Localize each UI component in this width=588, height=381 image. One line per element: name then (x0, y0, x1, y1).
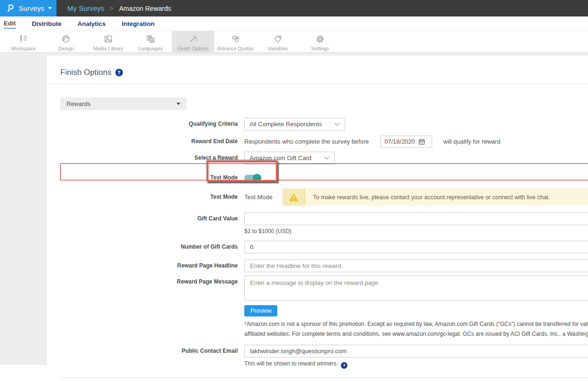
toolbar-item-workspace[interactable]: Workspace (2, 31, 45, 52)
gift-card-value-label: Gift Card Value (60, 212, 244, 225)
toolbar-item-advance-quotas[interactable]: Advance Quotas (214, 31, 257, 52)
product-name: Surveys (19, 4, 44, 12)
product-menu[interactable]: Surveys (0, 0, 56, 16)
toolbar-item-finish-options[interactable]: Finish Options (172, 31, 214, 52)
tab-integration[interactable]: Integration (122, 19, 155, 28)
qualifying-criteria-label: Qualifying Criteria (60, 118, 244, 130)
breadcrumb-separator: > (104, 5, 119, 12)
workspace-icon (18, 34, 29, 44)
title-divider (47, 83, 588, 84)
help-icon[interactable]: ? (341, 362, 347, 369)
main-tab-bar: Edit Distribute Analytics Integration (0, 16, 588, 31)
rewards-section-value: Rewards (66, 100, 90, 107)
number-of-gift-cards-input[interactable] (244, 241, 588, 253)
page-title: Finish Options (60, 68, 112, 77)
page-background: Finish Options ? Rewards Qualifying Crit… (0, 53, 588, 365)
select-reward-label: Select a Reward (60, 152, 244, 164)
reward-end-date-label: Reward End Date (60, 135, 244, 148)
toolbar-item-design[interactable]: Design (45, 31, 87, 52)
top-header: Surveys My Surveys > Amazon Rewards (0, 0, 588, 16)
test-mode-warning-banner: To make rewards live, please contact you… (282, 188, 588, 206)
toolbar-item-label: Advance Quotas (217, 46, 254, 51)
disclaimer-line-1: *Amazon.com is not a sponsor of this pro… (244, 319, 588, 329)
advance-quotas-icon (230, 34, 241, 44)
qualifying-criteria-select[interactable]: All Complete Respondents (244, 118, 345, 130)
toolbar-item-languages[interactable]: Languages (129, 31, 172, 52)
breadcrumb-my-surveys[interactable]: My Surveys (67, 4, 104, 12)
select-reward-value: Amazon.com Gift Card (250, 154, 312, 162)
warning-triangle-icon (289, 193, 299, 202)
chevron-down-icon (177, 103, 180, 105)
calendar-icon[interactable] (419, 138, 425, 145)
test-mode-toggle[interactable] (244, 175, 260, 181)
reward-page-message-label: Reward Page Message (60, 276, 244, 288)
finish-options-icon (188, 34, 198, 44)
select-reward-select[interactable]: Amazon.com Gift Card (244, 152, 335, 164)
toolbar-item-label: Media Library (93, 46, 123, 51)
edit-toolbar: Workspace Design Media Library (0, 31, 588, 53)
reward-page-headline-label: Reward Page Headline (60, 259, 244, 272)
tab-distribute[interactable]: Distribute (32, 19, 62, 28)
test-mode-status-label: Test Mode (60, 188, 244, 206)
reward-end-date-prefix: Respondents who complete the survey befo… (244, 135, 369, 148)
settings-icon (315, 34, 325, 44)
reward-end-date-input[interactable] (385, 138, 419, 145)
questionpro-logo-icon (6, 3, 15, 14)
breadcrumb: My Surveys > Amazon Rewards (56, 0, 588, 16)
reward-end-date-field[interactable] (380, 136, 432, 148)
toolbar-item-label: Design (58, 46, 74, 51)
public-contact-email-input[interactable] (244, 345, 588, 357)
number-of-gift-cards-label: Number of Gift Cards (60, 241, 244, 253)
languages-icon (145, 34, 156, 44)
design-icon (61, 34, 71, 44)
help-icon[interactable]: ? (115, 69, 123, 76)
finish-options-panel: Finish Options ? Rewards Qualifying Crit… (47, 56, 588, 365)
toggle-knob (253, 174, 261, 182)
preview-button[interactable]: Preview (244, 305, 277, 316)
toolbar-item-variables[interactable]: Variables (257, 31, 299, 52)
warning-icon-box (282, 188, 305, 206)
qualifying-criteria-value: All Complete Respondents (250, 121, 322, 128)
chevron-down-icon (324, 156, 330, 160)
public-contact-email-label: Public Contact Email (60, 345, 244, 357)
tab-edit[interactable]: Edit (4, 19, 16, 29)
toolbar-item-media-library[interactable]: Media Library (87, 31, 129, 52)
amazon-disclaimer: *Amazon.com is not a sponsor of this pro… (244, 319, 588, 339)
media-library-icon (103, 34, 113, 44)
reward-page-headline-input[interactable] (244, 259, 588, 272)
reward-end-date-suffix: will qualify for reward (443, 135, 500, 148)
toolbar-item-settings[interactable]: Settings (299, 31, 341, 52)
chevron-down-icon (48, 7, 52, 9)
chevron-down-icon (334, 122, 340, 126)
test-mode-status-value: Test Mode (244, 188, 282, 206)
breadcrumb-current-survey: Amazon Rewards (119, 5, 171, 12)
tab-analytics[interactable]: Analytics (78, 19, 106, 28)
test-mode-toggle-label: Test Mode (60, 169, 244, 186)
toolbar-item-label: Finish Options (177, 46, 209, 51)
toolbar-item-label: Workspace (11, 46, 36, 51)
toolbar-item-label: Variables (268, 46, 288, 51)
toolbar-item-label: Languages (138, 46, 163, 51)
public-contact-email-helper: This will be shown to reward winners. (244, 360, 338, 367)
gift-card-value-input[interactable] (244, 212, 588, 225)
gift-card-value-helper: $1 to $1000 (USD) (244, 228, 588, 235)
reward-page-message-input[interactable] (244, 276, 588, 300)
variables-icon (273, 34, 283, 44)
toolbar-item-label: Settings (311, 46, 329, 51)
warning-message: To make rewards live, please contact you… (305, 188, 588, 206)
bottom-divider (60, 377, 588, 378)
disclaimer-line-2: affiliated websites. For complete terms … (244, 329, 588, 339)
rewards-section-dropdown[interactable]: Rewards (60, 97, 186, 110)
rewards-form: Qualifying Criteria All Complete Respond… (60, 118, 588, 381)
